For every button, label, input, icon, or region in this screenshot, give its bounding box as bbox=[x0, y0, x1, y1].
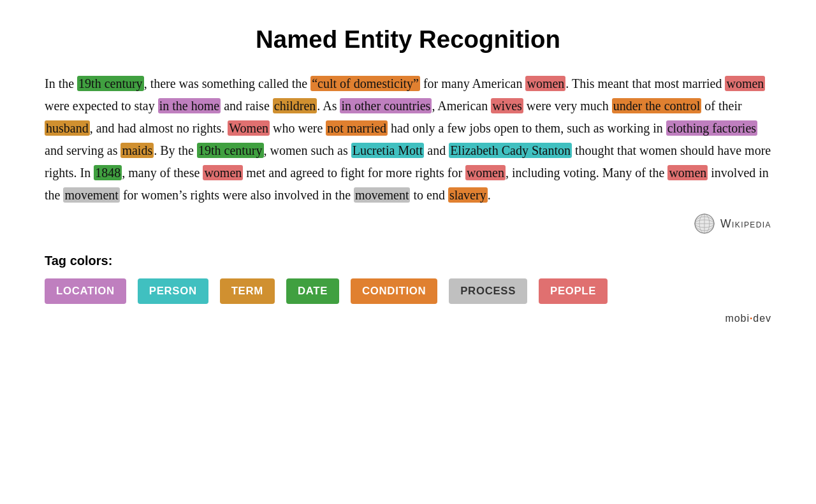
mobidev-logo: mobi·dev bbox=[45, 313, 771, 324]
ner-paragraph: In the 19th century, there was something… bbox=[45, 73, 771, 206]
entity-person: Elizabeth Cady Stanton bbox=[449, 143, 572, 158]
entity-term: children bbox=[273, 98, 317, 113]
entity-location: in the home bbox=[158, 98, 221, 113]
entity-people: women bbox=[203, 165, 243, 180]
wikipedia-reference: Wikipedia bbox=[45, 213, 771, 234]
entity-person: Lucretia Mott bbox=[351, 143, 425, 158]
entity-location: clothing factories bbox=[666, 120, 757, 136]
tag-badge-term: TERM bbox=[220, 278, 275, 304]
tag-badge-people: PEOPLE bbox=[539, 278, 608, 304]
entity-people: women bbox=[667, 165, 708, 180]
tag-badge-location: LOCATION bbox=[45, 278, 126, 304]
tag-color-section: Tag colors: LOCATIONPERSONTERMDATECONDIT… bbox=[45, 254, 771, 304]
tag-badge-process: PROCESS bbox=[449, 278, 527, 304]
mobidev-label: mobi·dev bbox=[725, 313, 771, 324]
entity-date: 1848 bbox=[94, 165, 122, 180]
entity-condition: not married bbox=[326, 120, 388, 136]
entity-people: women bbox=[725, 76, 765, 91]
wikipedia-globe-icon bbox=[694, 213, 715, 234]
entity-term: maids bbox=[120, 143, 154, 158]
entity-condition: “cult of domesticity” bbox=[310, 76, 420, 91]
entity-condition: under the control bbox=[612, 98, 702, 113]
entity-people: Women bbox=[228, 120, 270, 136]
entity-people: women bbox=[525, 76, 565, 91]
page-title: Named Entity Recognition bbox=[45, 25, 771, 54]
entity-process: movement bbox=[63, 187, 119, 203]
tag-badge-condition: CONDITION bbox=[351, 278, 437, 304]
entity-location: in other countries bbox=[340, 98, 432, 113]
entity-term: husband bbox=[45, 120, 90, 136]
entity-people: wives bbox=[491, 98, 523, 113]
entity-date: 19th century bbox=[77, 76, 144, 91]
tag-badge-person: PERSON bbox=[138, 278, 208, 304]
entity-condition: slavery bbox=[448, 187, 488, 203]
entity-process: movement bbox=[354, 187, 410, 203]
tag-badge-date: DATE bbox=[286, 278, 339, 304]
entity-date: 19th century bbox=[197, 143, 264, 158]
entity-people: women bbox=[465, 165, 506, 180]
tag-color-list: LOCATIONPERSONTERMDATECONDITIONPROCESSPE… bbox=[45, 278, 771, 304]
tag-section-title: Tag colors: bbox=[45, 254, 771, 268]
wikipedia-label: Wikipedia bbox=[720, 217, 771, 231]
